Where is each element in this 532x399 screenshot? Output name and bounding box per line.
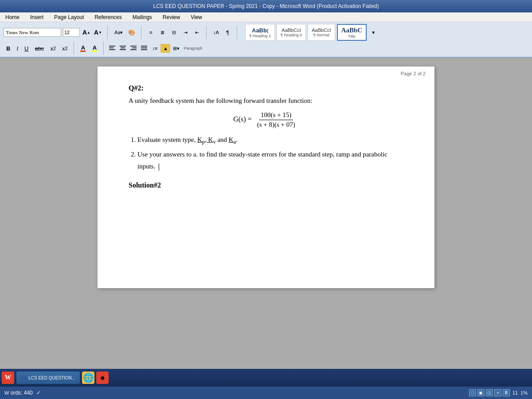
solution-heading[interactable]: Solution#2 [129, 181, 403, 189]
font-size-input[interactable]: 12 [63, 28, 80, 37]
text-cursor [159, 164, 159, 171]
indent-decrease-button[interactable]: ⇤ [192, 28, 202, 37]
line-spacing-button[interactable]: ↕≡ [150, 44, 160, 53]
menu-bar: Home Insert Page Layout References Maili… [0, 12, 532, 22]
strikethrough-button[interactable]: abc [32, 43, 47, 53]
menu-review[interactable]: Review [161, 13, 182, 21]
zoom-level: 11 [512, 390, 518, 395]
styles-more-button[interactable]: ▼ [368, 24, 378, 41]
font-color-button[interactable]: A [78, 43, 88, 53]
subscript-button[interactable]: x2 [47, 43, 59, 53]
zoom-percent: 1% [520, 390, 528, 395]
align-left-button[interactable] [107, 44, 117, 53]
menu-page-layout[interactable]: Page Layout [52, 13, 86, 21]
proofread-icon[interactable]: ✓ [36, 390, 41, 396]
svg-rect-11 [141, 49, 147, 50]
title-bar: LCS EED QUESTION PAPER - Spring 2021 - C… [0, 0, 532, 12]
svg-rect-8 [130, 49, 137, 50]
document-page: Page 2 of 2 Q#2: A unity feedback system… [98, 66, 434, 288]
word-count: W ords: 440 [4, 390, 33, 396]
view-buttons: □ ▣ ◫ ≡ ≣ [469, 389, 510, 396]
view-reading-button[interactable]: ▣ [477, 389, 485, 396]
italic-button[interactable]: I [14, 43, 21, 53]
numerator: 100(s + 15) [259, 111, 293, 120]
view-outline-button[interactable]: ≡ [494, 389, 501, 396]
style-title[interactable]: AaBbC Title [337, 24, 367, 41]
indent-increase-button[interactable]: ⇥ [180, 28, 190, 37]
align-justify-button[interactable] [139, 44, 149, 53]
svg-rect-7 [132, 47, 137, 48]
bold-button[interactable]: B [4, 43, 13, 53]
ribbon-row2: B I U abc x2 x2 A A [4, 42, 528, 57]
align-center-button[interactable] [118, 44, 128, 53]
svg-rect-6 [130, 46, 137, 47]
svg-rect-2 [109, 49, 115, 50]
shading-button[interactable]: ▲ [160, 44, 170, 53]
fraction-display: 100(s + 15) (s + 8)(s + 07) [255, 111, 297, 129]
question-heading[interactable]: Q#2: [129, 84, 403, 92]
svg-rect-4 [121, 47, 125, 48]
font-grow-button[interactable]: A▲ [82, 28, 91, 37]
styles-panel: AaBb( ¶ Heading 2 AaBbCcI ¶ Heading 6 Aa… [245, 24, 378, 41]
menu-view[interactable]: View [189, 13, 204, 21]
view-print-button[interactable]: □ [469, 389, 476, 396]
sub-items-list: Evaluate system type, Kp, Kv and Ka. Use… [137, 134, 403, 173]
style-heading2[interactable]: AaBb( ¶ Heading 2 [245, 24, 274, 41]
ribbon: Times New Rom 12 A▲ A▼ Aa▾ 🎨 ≡ ≣ ⊟ ⇥ ⇤ ↕… [0, 22, 532, 58]
menu-references[interactable]: References [93, 13, 123, 21]
svg-rect-3 [120, 46, 126, 47]
title-text: LCS EED QUESTION PAPER - Spring 2021 - C… [153, 3, 379, 9]
status-left: W ords: 440 ✓ [4, 390, 41, 396]
pilcrow-button[interactable]: ¶ [223, 28, 232, 37]
style-normal[interactable]: AaBbCcI ¶ Normal [308, 24, 335, 41]
view-web-button[interactable]: ◫ [486, 389, 493, 396]
taskbar: W W LCS EED QUESTION... 🌐 ● [0, 369, 532, 387]
status-bar: W ords: 440 ✓ □ ▣ ◫ ≡ ≣ 11 1% [0, 387, 532, 399]
list-bullet-button[interactable]: ≡ [146, 28, 156, 37]
ribbon-separator-6 [103, 42, 104, 55]
highlight-button[interactable]: A [89, 43, 100, 53]
tf-lhs: G(s) = [233, 115, 251, 123]
menu-mailings[interactable]: Mailings [131, 13, 154, 21]
ribbon-separator-1 [107, 26, 108, 39]
borders-button[interactable]: ⊞▾ [171, 44, 181, 53]
change-case-button[interactable]: Aa▾ [112, 28, 125, 37]
font-shrink-button[interactable]: A▼ [93, 28, 103, 37]
menu-insert[interactable]: Insert [28, 13, 45, 21]
app-taskbar-button[interactable]: ● [96, 372, 109, 384]
browser-taskbar-button[interactable]: 🌐 [82, 372, 94, 384]
sub-item-2[interactable]: Use your answers to a. to find the stead… [137, 149, 403, 172]
page-number: Page 2 of 2 [401, 71, 426, 76]
view-draft-button[interactable]: ≣ [503, 389, 510, 396]
question-intro[interactable]: A unity feedback system has the followin… [129, 96, 403, 106]
sub-item-1[interactable]: Evaluate system type, Kp, Kv and Ka. [137, 134, 403, 147]
paragraph-label: Paragraph [184, 46, 202, 51]
word-taskbar-button[interactable]: W LCS EED QUESTION... [16, 371, 80, 384]
ribbon-separator-4 [237, 26, 237, 39]
transfer-function: G(s) = 100(s + 15) (s + 8)(s + 07) [129, 111, 403, 129]
ribbon-separator-3 [206, 26, 207, 39]
document-area[interactable]: Page 2 of 2 Q#2: A unity feedback system… [0, 58, 532, 379]
list-number-button[interactable]: ≣ [157, 28, 167, 37]
svg-rect-5 [120, 49, 126, 50]
underline-button[interactable]: U [22, 43, 31, 53]
font-name-input[interactable]: Times New Rom [4, 28, 61, 37]
superscript-button[interactable]: x2 [59, 43, 70, 53]
ribbon-separator-5 [74, 42, 74, 55]
align-right-button[interactable] [129, 44, 138, 53]
svg-rect-10 [141, 47, 147, 48]
ribbon-row1: Times New Rom 12 A▲ A▼ Aa▾ 🎨 ≡ ≣ ⊟ ⇥ ⇤ ↕… [4, 24, 528, 41]
style-heading6[interactable]: AaBbCcI ¶ Heading 6 [277, 24, 306, 41]
denominator: (s + 8)(s + 07) [255, 120, 297, 129]
outline-button[interactable]: ⊟ [169, 28, 179, 37]
menu-home[interactable]: Home [4, 13, 21, 21]
status-right: □ ▣ ◫ ≡ ≣ 11 1% [469, 389, 528, 396]
start-button[interactable]: W [2, 372, 14, 384]
svg-rect-1 [109, 47, 113, 48]
svg-rect-9 [141, 46, 147, 47]
svg-rect-0 [109, 46, 115, 47]
font-color-bucket-button[interactable]: 🎨 [127, 28, 137, 37]
sort-button[interactable]: ↕A [211, 28, 221, 37]
ribbon-separator-2 [141, 26, 141, 39]
